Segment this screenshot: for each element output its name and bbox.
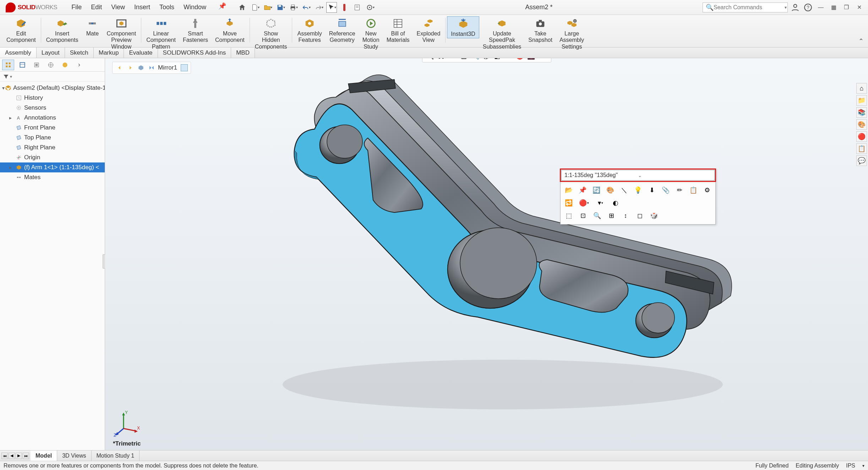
ribbon-move[interactable]: Move Component (212, 16, 248, 44)
tp-library-icon[interactable]: 📚 (856, 107, 867, 118)
ctx-dropdown-icon[interactable]: ▾▾ (593, 197, 607, 209)
tree-item-annotations[interactable]: ▸AAnnotations (0, 113, 105, 123)
configuration-dropdown[interactable]: 1:1-135deg "135deg" ⌄ (561, 170, 715, 181)
ctx-normal-icon[interactable]: ⊡ (577, 210, 589, 221)
ribbon-instant3d[interactable]: Instant3D (447, 16, 479, 38)
tp-appearances-icon[interactable]: 🔴 (856, 131, 867, 142)
options-icon[interactable]: ▾ (365, 2, 375, 13)
menu-file[interactable]: File (70, 2, 83, 12)
ctx-rotate-icon[interactable]: 🔄 (590, 184, 602, 196)
configuration-manager-tab[interactable] (31, 60, 43, 70)
btab-prev-icon[interactable]: ◀ (9, 453, 15, 459)
ribbon-tab-sketch[interactable]: Sketch (65, 48, 94, 58)
ctx-edge-icon[interactable]: ＼ (618, 184, 630, 196)
bc-face-icon[interactable] (181, 64, 188, 71)
bc-part-icon[interactable] (137, 63, 145, 72)
ribbon-speedpak[interactable]: Update SpeedPak Subassemblies (479, 16, 525, 51)
tree-item-plane[interactable]: Front Plane (0, 123, 105, 133)
section-view-icon[interactable]: ▧ (459, 58, 469, 61)
property-manager-tab[interactable] (16, 60, 28, 70)
tp-home-icon[interactable]: ⌂ (856, 83, 867, 94)
tree-item-part-selected[interactable]: ▸(f) Arm 1<1> (1:1-135deg) < (0, 162, 105, 172)
bc-forward-icon[interactable] (126, 63, 135, 72)
ctx-zoom-icon[interactable]: 🔍 (591, 210, 603, 221)
ribbon-tab-assembly[interactable]: Assembly (0, 48, 37, 58)
tree-item-origin[interactable]: Origin (0, 153, 105, 162)
minimize-icon[interactable]: — (816, 3, 825, 12)
ribbon-motion[interactable]: New Motion Study (359, 16, 383, 51)
ctx-options-icon[interactable]: ⚙ (702, 184, 713, 196)
view-triad[interactable]: Y X Z (113, 409, 141, 437)
btab-next-icon[interactable]: ▶ (16, 453, 22, 459)
ribbon-tab-layout[interactable]: Layout (37, 48, 65, 58)
ctx-isolate-icon[interactable]: ⬇ (646, 184, 658, 196)
tree-item-plane[interactable]: Top Plane (0, 133, 105, 143)
tp-view-palette-icon[interactable]: 🎨 (856, 119, 867, 130)
menu-view[interactable]: View (110, 2, 126, 12)
view-settings-icon[interactable]: 🖥▾ (539, 58, 548, 61)
zoom-fit-icon[interactable]: 🔍 (425, 58, 435, 61)
ctx-suppress-icon[interactable]: ⬚ (563, 210, 575, 221)
user-icon[interactable] (791, 3, 800, 12)
search-commands-box[interactable]: 🔍 ▾ (703, 2, 788, 12)
display-style-icon[interactable]: ◧▾ (493, 58, 503, 61)
ribbon-fasteners[interactable]: Smart Fasteners (179, 16, 212, 44)
ctx-axis-icon[interactable]: ↕ (619, 210, 632, 221)
tree-caret-icon[interactable]: ▸ (9, 165, 15, 170)
ribbon-ref-geom[interactable]: Reference Geometry (326, 16, 359, 44)
ctx-tree-icon[interactable]: 📋 (688, 184, 699, 196)
ribbon-linear-pattern[interactable]: Linear Component Pattern (143, 16, 179, 51)
open-icon[interactable]: ▾ (262, 2, 273, 13)
search-dropdown-icon[interactable]: ▾ (785, 5, 787, 10)
rebuild-icon[interactable] (339, 2, 350, 13)
status-dropdown-icon[interactable]: ▾ (862, 463, 864, 468)
ctx-transparency-icon[interactable]: ◐ (610, 197, 622, 209)
ribbon-asm-features[interactable]: Assembly Features (294, 16, 325, 44)
tree-item-mates[interactable]: Mates (0, 172, 105, 182)
ribbon-snapshot[interactable]: Take Snapshot (525, 16, 556, 44)
bc-back-icon[interactable] (115, 63, 124, 72)
menu-edit[interactable]: Edit (89, 2, 103, 12)
tp-forum-icon[interactable]: 💬 (856, 155, 867, 166)
ctx-select-other-icon[interactable]: ⊞ (605, 210, 617, 221)
ribbon-large-asm[interactable]: Large Assembly Settings (556, 16, 588, 51)
menu-insert[interactable]: Insert (133, 2, 152, 12)
close-icon[interactable]: ✕ (855, 3, 864, 12)
tree-caret-icon[interactable]: ▸ (9, 115, 15, 121)
file-properties-icon[interactable] (352, 2, 362, 13)
dimxpert-manager-tab[interactable] (45, 60, 57, 70)
ribbon-exploded[interactable]: Exploded View (413, 16, 444, 44)
tree-root[interactable]: ▾ Assem2 (Default) <Display State-1> (0, 83, 105, 93)
tree-item-sensors[interactable]: Sensors (0, 103, 105, 113)
undo-icon[interactable]: ▾ (301, 2, 311, 13)
restore-icon[interactable]: ❐ (842, 3, 851, 12)
bottom-tab-3d-views[interactable]: 3D Views (57, 450, 91, 461)
ctx-highlight-icon[interactable]: 💡 (632, 184, 644, 196)
redo-icon[interactable]: ▾ (313, 2, 324, 13)
ribbon-preview[interactable]: Component Preview Window (103, 16, 140, 51)
ctx-sketch-icon[interactable]: ✏ (674, 184, 686, 196)
ctx-replace-icon[interactable]: 🔁 (563, 197, 575, 209)
zoom-area-icon[interactable]: ⛶ (437, 58, 446, 61)
tp-resources-icon[interactable]: 📁 (856, 95, 867, 106)
new-icon[interactable]: ▾ (250, 2, 260, 13)
ribbon-show-hidden[interactable]: Show Hidden Components (251, 16, 291, 51)
save-icon[interactable]: ▾ (275, 2, 286, 13)
menu-window[interactable]: Window (182, 2, 208, 12)
ctx-clip-icon[interactable]: 📎 (660, 184, 672, 196)
search-commands-input[interactable] (714, 4, 785, 11)
menu-tools[interactable]: Tools (158, 2, 176, 12)
filter-bar[interactable]: ▾ (0, 72, 105, 82)
apply-scene-icon[interactable]: 🌄▾ (528, 58, 537, 61)
ctx-box-icon[interactable]: ◻ (634, 210, 646, 221)
graphics-area[interactable]: 🔍 ⛶ ↶ ▧ 🔧 🎲▾ ◧▾ 👁▾ 🔴▾ 🌄▾ 🖥▾ ⛓ ◻ — ❐ ✕ Mi… (105, 58, 868, 450)
ribbon-edit-comp[interactable]: Edit Component (3, 16, 39, 44)
btab-last-icon[interactable]: ⏭ (23, 453, 29, 459)
bottom-tab-model[interactable]: Model (31, 450, 57, 461)
dynamic-annotation-icon[interactable]: 🔧 (471, 58, 480, 61)
tp-properties-icon[interactable]: 📋 (856, 143, 867, 154)
display-manager-tab[interactable] (59, 60, 71, 70)
ctx-appearance-icon[interactable]: 🔴▾ (577, 197, 591, 209)
ctx-open-icon[interactable]: 📂 (563, 184, 574, 196)
panel-overflow-icon[interactable]: › (73, 60, 85, 70)
